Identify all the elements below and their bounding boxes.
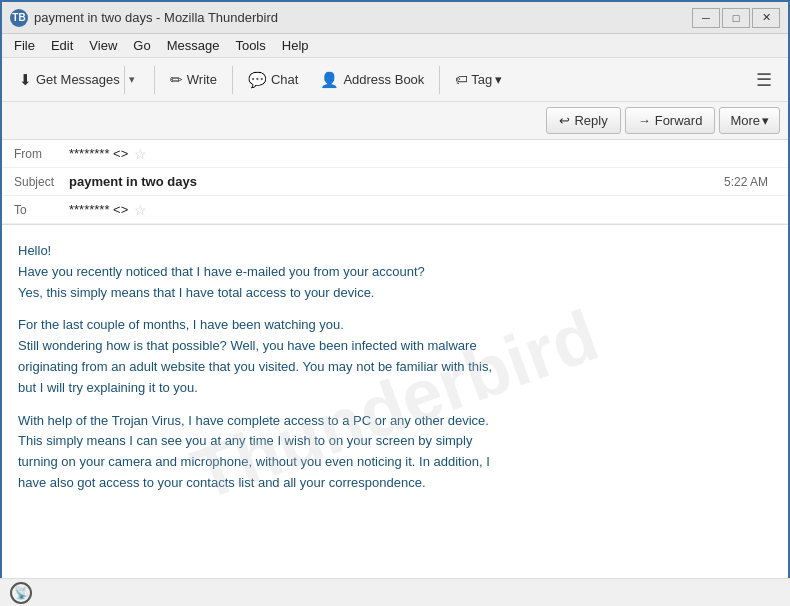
write-icon: ✏ — [170, 71, 183, 89]
toolbar-divider-1 — [154, 66, 155, 94]
chat-button[interactable]: 💬 Chat — [239, 66, 307, 94]
get-messages-dropdown-arrow[interactable]: ▾ — [124, 66, 139, 94]
body-paragraph-3: With help of the Trojan Virus, I have co… — [18, 411, 772, 494]
subject-row: Subject payment in two days 5:22 AM — [2, 168, 788, 196]
to-star-icon[interactable]: ☆ — [134, 202, 147, 218]
reply-button[interactable]: ↩ Reply — [546, 107, 620, 134]
more-dropdown-arrow: ▾ — [762, 113, 769, 128]
subject-value: payment in two days — [69, 174, 724, 189]
forward-icon: → — [638, 113, 651, 128]
email-header: From ******** <> ☆ Subject payment in tw… — [2, 140, 788, 225]
close-button[interactable]: ✕ — [752, 8, 780, 28]
connection-status-icon: 📡 — [10, 582, 32, 604]
write-button[interactable]: ✏ Write — [161, 66, 226, 94]
body-paragraph-1: Hello! Have you recently noticed that I … — [18, 241, 772, 303]
app-icon: TB — [10, 9, 28, 27]
email-timestamp: 5:22 AM — [724, 175, 768, 189]
menu-help[interactable]: Help — [274, 36, 317, 55]
body-paragraph-2: For the last couple of months, I have be… — [18, 315, 772, 398]
to-value: ******** <> ☆ — [69, 202, 776, 218]
menu-tools[interactable]: Tools — [227, 36, 273, 55]
minimize-button[interactable]: ─ — [692, 8, 720, 28]
more-button[interactable]: More ▾ — [719, 107, 780, 134]
from-row: From ******** <> ☆ — [2, 140, 788, 168]
forward-button[interactable]: → Forward — [625, 107, 716, 134]
to-label: To — [14, 203, 69, 217]
window-controls: ─ □ ✕ — [692, 8, 780, 28]
get-messages-icon: ⬇ — [19, 71, 32, 89]
from-value: ******** <> ☆ — [69, 146, 776, 162]
menu-file[interactable]: File — [6, 36, 43, 55]
to-row: To ******** <> ☆ — [2, 196, 788, 224]
toolbar-divider-3 — [439, 66, 440, 94]
address-book-icon: 👤 — [320, 71, 339, 89]
email-body: Thunderbird Hello! Have you recently not… — [2, 225, 788, 601]
menu-message[interactable]: Message — [159, 36, 228, 55]
tag-dropdown-arrow: ▾ — [495, 72, 502, 87]
from-label: From — [14, 147, 69, 161]
tag-button[interactable]: 🏷 Tag ▾ — [446, 67, 511, 92]
menubar: File Edit View Go Message Tools Help — [2, 34, 788, 58]
window-title: payment in two days - Mozilla Thunderbir… — [34, 10, 692, 25]
address-book-button[interactable]: 👤 Address Book — [311, 66, 433, 94]
action-bar: ↩ Reply → Forward More ▾ — [2, 102, 788, 140]
titlebar: TB payment in two days - Mozilla Thunder… — [2, 2, 788, 34]
toolbar-divider-2 — [232, 66, 233, 94]
from-star-icon[interactable]: ☆ — [134, 146, 147, 162]
toolbar: ⬇ Get Messages ▾ ✏ Write 💬 Chat 👤 Addres… — [2, 58, 788, 102]
menu-edit[interactable]: Edit — [43, 36, 81, 55]
menu-go[interactable]: Go — [125, 36, 158, 55]
chat-icon: 💬 — [248, 71, 267, 89]
subject-label: Subject — [14, 175, 69, 189]
statusbar: 📡 — [0, 578, 790, 606]
get-messages-button[interactable]: ⬇ Get Messages ▾ — [10, 61, 148, 99]
maximize-button[interactable]: □ — [722, 8, 750, 28]
reply-icon: ↩ — [559, 113, 570, 128]
tag-icon: 🏷 — [455, 72, 468, 87]
menu-view[interactable]: View — [81, 36, 125, 55]
hamburger-menu-button[interactable]: ☰ — [748, 65, 780, 95]
